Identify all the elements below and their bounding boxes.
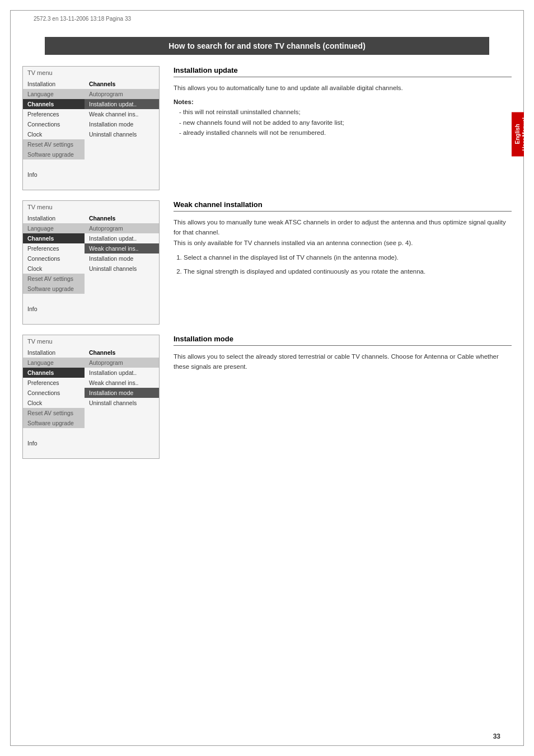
section-title-1: Installation update bbox=[174, 66, 512, 77]
sub-weakchannel-3: Weak channel ins.. bbox=[85, 378, 159, 388]
side-tab-top: English bbox=[514, 124, 521, 144]
menu-item-language-3: Language bbox=[23, 358, 85, 368]
section-body-3: This allows you to select the already st… bbox=[174, 351, 512, 372]
menu-item-blank-1 bbox=[23, 159, 85, 170]
menu-item-preferences-3: Preferences bbox=[23, 378, 85, 388]
menu-item-resetav-1: Reset AV settings bbox=[23, 139, 85, 149]
menu-item-clock-3: Clock bbox=[23, 398, 85, 408]
tv-menu-title-1: TV menu bbox=[23, 67, 159, 79]
menu-item-preferences-1: Preferences bbox=[23, 109, 85, 119]
sub-channels-2: Channels bbox=[85, 213, 159, 223]
tv-menu-panel-3: TV menu Installation Language Channels P… bbox=[22, 335, 160, 459]
numbered-list-2: Select a channel in the displayed list o… bbox=[174, 252, 512, 276]
section-body-1: This allows you to automatically tune to… bbox=[174, 83, 512, 93]
menu-item-padding-2 bbox=[23, 314, 85, 324]
menu-item-channels-3: Channels bbox=[23, 368, 85, 378]
page-border-top bbox=[10, 10, 524, 11]
note-item-1-2: already installed channels will not be r… bbox=[174, 128, 512, 138]
page-border-left bbox=[10, 10, 11, 746]
menu-item-channels-2: Channels bbox=[23, 233, 85, 243]
menu-item-resetav-3: Reset AV settings bbox=[23, 408, 85, 418]
menu-item-preferences-2: Preferences bbox=[23, 243, 85, 253]
menu-item-info-1: Info bbox=[23, 170, 85, 180]
tv-menu-panel-1: TV menu Installation Language Channels P… bbox=[22, 66, 160, 190]
menu-item-language-2: Language bbox=[23, 223, 85, 233]
page-border-bottom bbox=[10, 745, 524, 746]
text-panel-1: Installation update This allows you to a… bbox=[171, 66, 512, 138]
num-item-2-1: The signal strength is displayed and upd… bbox=[184, 266, 512, 276]
sub-weakchannel-2: Weak channel ins.. bbox=[85, 243, 159, 253]
note-item-1-0: this will not reinstall uninstalled chan… bbox=[174, 107, 512, 117]
menu-item-resetav-2: Reset AV settings bbox=[23, 274, 85, 284]
sub-instupdate-1: Installation updat.. bbox=[85, 99, 159, 109]
menu-item-info-3: Info bbox=[23, 438, 85, 448]
tv-menu-title-2: TV menu bbox=[23, 201, 159, 213]
menu-item-clock-1: Clock bbox=[23, 129, 85, 139]
page-number: 33 bbox=[493, 732, 500, 740]
sub-channels-1: Channels bbox=[85, 79, 159, 89]
side-tab-bottom: User Manual bbox=[522, 118, 528, 151]
menu-item-language-1: Language bbox=[23, 89, 85, 99]
menu-item-info-2: Info bbox=[23, 304, 85, 314]
menu-item-padding-3 bbox=[23, 448, 85, 458]
menu-item-installation-1: Installation bbox=[23, 79, 85, 89]
menu-item-padding-1 bbox=[23, 180, 85, 190]
section-installation-update: TV menu Installation Language Channels P… bbox=[22, 66, 512, 190]
section-title-2: Weak channel installation bbox=[174, 200, 512, 212]
sub-uninstall-2: Uninstall channels bbox=[85, 264, 159, 274]
sub-uninstall-3: Uninstall channels bbox=[85, 398, 159, 408]
section-weak-channel: TV menu Installation Language Channels P… bbox=[22, 200, 512, 325]
menu-item-clock-2: Clock bbox=[23, 264, 85, 274]
section-title-3: Installation mode bbox=[174, 335, 512, 346]
notes-label-1: Notes: bbox=[174, 98, 512, 105]
note-item-1-1: new channels found will not be added to … bbox=[174, 118, 512, 128]
menu-item-softwareupgrade-1: Software upgrade bbox=[23, 149, 85, 159]
menu-item-softwareupgrade-2: Software upgrade bbox=[23, 284, 85, 294]
sub-instmode-1: Installation mode bbox=[85, 119, 159, 129]
document-meta: 2572.3 en 13-11-2006 13:18 Pagina 33 bbox=[34, 16, 131, 22]
menu-item-connections-2: Connections bbox=[23, 253, 85, 264]
sub-instupdate-2: Installation updat.. bbox=[85, 233, 159, 243]
text-panel-3: Installation mode This allows you to sel… bbox=[171, 335, 512, 372]
page-title: How to search for and store TV channels … bbox=[45, 37, 489, 55]
language-tab: English User Manual bbox=[512, 112, 524, 156]
menu-item-blank-2 bbox=[23, 294, 85, 304]
menu-item-connections-1: Connections bbox=[23, 119, 85, 129]
section-body-2: This allows you to manually tune weak AT… bbox=[174, 217, 512, 248]
sub-weakchannel-1: Weak channel ins.. bbox=[85, 109, 159, 119]
sub-autoprogram-1: Autoprogram bbox=[85, 89, 159, 99]
section-installation-mode: TV menu Installation Language Channels P… bbox=[22, 335, 512, 459]
menu-item-blank-3 bbox=[23, 428, 85, 438]
sub-instmode-2: Installation mode bbox=[85, 253, 159, 264]
menu-item-installation-3: Installation bbox=[23, 348, 85, 358]
menu-item-channels-1: Channels bbox=[23, 99, 85, 109]
num-item-2-0: Select a channel in the displayed list o… bbox=[184, 252, 512, 262]
sub-channels-3: Channels bbox=[85, 348, 159, 358]
menu-item-installation-2: Installation bbox=[23, 213, 85, 223]
sub-autoprogram-2: Autoprogram bbox=[85, 223, 159, 233]
tv-menu-title-3: TV menu bbox=[23, 335, 159, 348]
sub-instupdate-3: Installation updat.. bbox=[85, 368, 159, 378]
sub-instmode-3: Installation mode bbox=[85, 388, 159, 398]
menu-item-softwareupgrade-3: Software upgrade bbox=[23, 418, 85, 428]
menu-item-connections-3: Connections bbox=[23, 388, 85, 398]
text-panel-2: Weak channel installation This allows yo… bbox=[171, 200, 512, 280]
sub-autoprogram-3: Autoprogram bbox=[85, 358, 159, 368]
tv-menu-panel-2: TV menu Installation Language Channels P… bbox=[22, 200, 160, 325]
sub-uninstall-1: Uninstall channels bbox=[85, 129, 159, 139]
notes-list-1: this will not reinstall uninstalled chan… bbox=[174, 107, 512, 138]
